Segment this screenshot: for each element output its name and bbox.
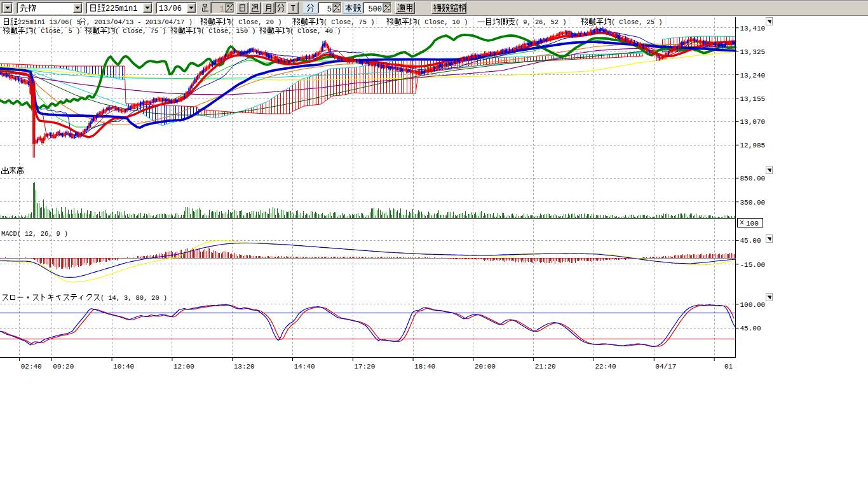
svg-text:20:00: 20:00 [475, 363, 496, 370]
svg-text:( Close, 25 ): ( Close, 25 ) [611, 18, 662, 26]
svg-text:13,155: 13,155 [740, 95, 766, 103]
svg-text:, 2013/04/13 - 2013/04/17 ): , 2013/04/13 - 2013/04/17 ) [86, 18, 193, 26]
svg-text:17:20: 17:20 [354, 363, 375, 370]
svg-text:850.00: 850.00 [740, 175, 766, 182]
svg-text:13,325: 13,325 [740, 48, 766, 56]
svg-text:( Close, 10 ): ( Close, 10 ) [417, 18, 468, 26]
svg-text:13,410: 13,410 [740, 25, 766, 32]
svg-text:12,985: 12,985 [740, 142, 766, 149]
svg-text:1: 1 [220, 5, 224, 14]
svg-text:( Close, 5 ): ( Close, 5 ) [33, 27, 80, 35]
svg-text:01: 01 [724, 363, 733, 370]
svg-text:21:20: 21:20 [535, 363, 556, 370]
svg-text:13/06: 13/06 [159, 4, 182, 13]
svg-text:225mini: 225mini [105, 4, 137, 13]
svg-text:04/17: 04/17 [655, 363, 676, 370]
svg-text:13,240: 13,240 [740, 72, 766, 79]
svg-text:45.00: 45.00 [740, 237, 761, 245]
svg-text:( Close, 20 ): ( Close, 20 ) [231, 18, 281, 26]
svg-text:100.00: 100.00 [740, 301, 766, 309]
svg-text:( Close, 40 ): ( Close, 40 ) [290, 27, 341, 35]
svg-text:5: 5 [327, 5, 332, 14]
svg-text:T: T [290, 4, 295, 13]
svg-text:18:40: 18:40 [414, 363, 435, 370]
svg-text:MACD( 12, 26, 9 ): MACD( 12, 26, 9 ) [1, 230, 68, 238]
svg-text:350.00: 350.00 [740, 199, 766, 207]
svg-text:13,070: 13,070 [740, 118, 766, 126]
svg-text:10:40: 10:40 [113, 363, 134, 370]
svg-text:( 14, 3, 80, 20 ): ( 14, 3, 80, 20 ) [100, 294, 167, 302]
svg-text:100: 100 [746, 220, 759, 227]
svg-text:-15.00: -15.00 [740, 261, 766, 269]
svg-text:45.00: 45.00 [740, 325, 761, 332]
svg-text:500: 500 [368, 5, 382, 14]
svg-text:( Close, 75 ): ( Close, 75 ) [115, 27, 166, 35]
svg-text:( Close, 75 ): ( Close, 75 ) [323, 18, 374, 26]
svg-text:02:40: 02:40 [21, 363, 42, 370]
svg-text:22:40: 22:40 [595, 363, 616, 370]
svg-text:14:40: 14:40 [294, 363, 315, 370]
svg-text:( 9, 26, 52 ): ( 9, 26, 52 ) [515, 18, 566, 26]
svg-text:13:20: 13:20 [234, 363, 255, 370]
svg-text:12:00: 12:00 [173, 363, 194, 370]
svg-text:225mini 13/06( 5: 225mini 13/06( 5 [18, 18, 81, 26]
svg-text:( Close, 150 ): ( Close, 150 ) [201, 27, 256, 35]
svg-text:09:20: 09:20 [53, 363, 74, 370]
